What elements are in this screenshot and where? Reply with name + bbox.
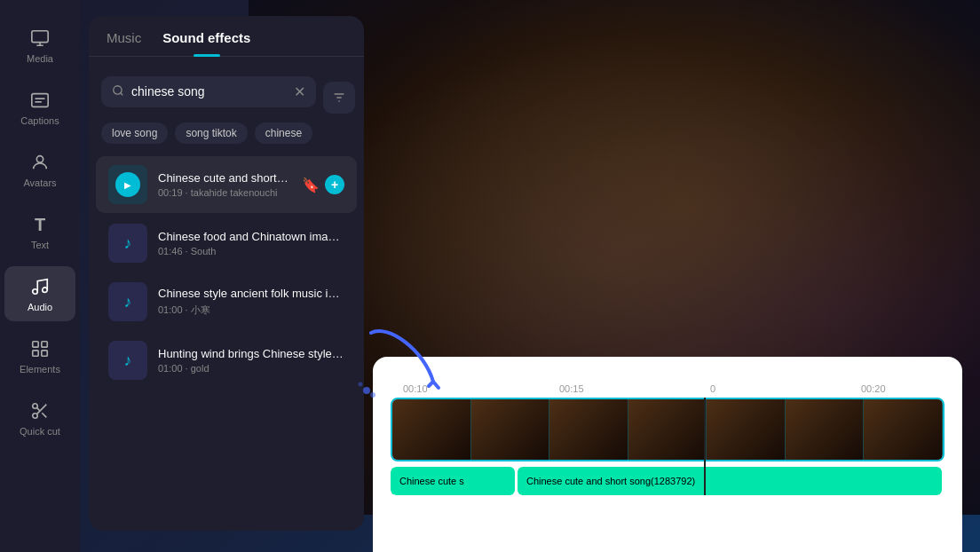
svg-line-15 <box>36 407 40 411</box>
media-icon <box>28 27 51 50</box>
video-frame-5 <box>707 399 786 460</box>
captions-icon <box>28 89 51 112</box>
song-meta-3: 01:00 · 小寒 <box>158 304 344 317</box>
blue-arrow-annotation <box>353 315 460 407</box>
sidebar-item-media-label: Media <box>27 53 53 64</box>
tab-sound-effects[interactable]: Sound effects <box>162 30 250 56</box>
svg-point-16 <box>114 85 122 93</box>
timeline-ruler: 00:10 00:15 0 00:20 <box>373 371 962 398</box>
song-thumb-4: ♪ <box>108 341 147 380</box>
song-actions-1: 🔖 + <box>302 175 344 194</box>
video-frame-1 <box>392 399 471 460</box>
video-frame-4 <box>628 399 707 460</box>
sidebar-item-media[interactable]: Media <box>4 18 75 73</box>
song-thumb-1: ▶ <box>108 165 147 204</box>
sidebar-item-quickcut[interactable]: Quick cut <box>4 390 75 446</box>
sidebar-item-avatars[interactable]: Avatars <box>4 142 75 197</box>
svg-rect-10 <box>42 351 47 356</box>
avatars-icon <box>28 151 51 174</box>
sidebar-item-captions[interactable]: Captions <box>4 80 75 135</box>
svg-point-4 <box>36 156 43 162</box>
song-thumb-3: ♪ <box>108 282 147 321</box>
song-title-1: Chinese cute and short song(1283792) <box>158 171 291 186</box>
song-list: ▶ Chinese cute and short song(1283792) 0… <box>89 147 364 531</box>
search-input[interactable] <box>131 84 287 99</box>
song-meta-1: 00:19 · takahide takenouchi <box>158 187 291 198</box>
svg-point-23 <box>359 382 363 387</box>
tags-row: love song song tiktok chinese <box>89 114 364 144</box>
sidebar-item-avatars-label: Avatars <box>23 177 56 188</box>
svg-rect-0 <box>32 31 48 43</box>
audio-track: Chinese cute s Chinese cute and short so… <box>391 467 944 495</box>
timeline-panel: 00:10 00:15 0 00:20 Chinese cute s Chine… <box>373 357 962 552</box>
audio-panel: Music Sound effects ✕ love <box>89 16 364 531</box>
song-item-4[interactable]: ♪ Hunting wind brings Chinese style anci… <box>96 332 357 389</box>
tab-music[interactable]: Music <box>107 30 141 56</box>
video-strip <box>391 398 944 461</box>
svg-rect-8 <box>42 342 47 347</box>
svg-point-22 <box>370 392 375 398</box>
timeline-tracks: Chinese cute s Chinese cute and short so… <box>373 398 962 495</box>
song-meta-4: 01:00 · gold <box>158 363 344 374</box>
svg-line-14 <box>42 413 46 417</box>
svg-line-17 <box>121 92 123 95</box>
play-button-1[interactable]: ▶ <box>115 172 140 197</box>
song-item-2[interactable]: ♪ Chinese food and Chinatown image! ligh… <box>96 215 357 272</box>
search-row: ✕ <box>89 69 364 114</box>
svg-rect-1 <box>32 94 48 107</box>
song-meta-2: 01:46 · South <box>158 246 344 256</box>
song-info-4: Hunting wind brings Chinese style ancien… <box>158 347 344 375</box>
audio-icon <box>28 275 51 298</box>
music-note-icon-4: ♪ <box>124 351 132 370</box>
sidebar-item-audio-label: Audio <box>28 302 52 312</box>
svg-point-11 <box>33 404 38 409</box>
sidebar-item-elements-label: Elements <box>20 364 60 375</box>
ruler-label-4: 00:20 <box>861 383 886 394</box>
svg-rect-9 <box>33 351 38 356</box>
tag-love-song[interactable]: love song <box>101 122 168 144</box>
filter-button[interactable] <box>323 82 355 114</box>
song-info-2: Chinese food and Chinatown image! ligh..… <box>158 230 344 257</box>
song-info-3: Chinese style ancient folk music in the … <box>158 287 344 317</box>
song-title-3: Chinese style ancient folk music in the … <box>158 287 344 302</box>
song-item-1[interactable]: ▶ Chinese cute and short song(1283792) 0… <box>96 156 357 213</box>
svg-point-21 <box>363 387 370 394</box>
sidebar-item-text-label: Text <box>31 240 49 250</box>
sidebar-item-text[interactable]: T Text <box>4 204 75 259</box>
search-input-wrap: ✕ <box>101 76 316 107</box>
video-frame-2 <box>471 399 550 460</box>
music-note-icon-3: ♪ <box>124 293 132 311</box>
video-frame-7 <box>864 399 943 460</box>
timeline-playhead[interactable] <box>704 398 706 495</box>
song-info-1: Chinese cute and short song(1283792) 00:… <box>158 171 291 199</box>
add-song-button-1[interactable]: + <box>325 175 344 194</box>
song-title-2: Chinese food and Chinatown image! ligh..… <box>158 230 344 245</box>
sidebar-item-elements[interactable]: Elements <box>4 328 75 383</box>
audio-segment-2[interactable]: Chinese cute and short song(1283792) <box>518 467 942 495</box>
video-frame-3 <box>549 399 628 460</box>
sidebar: Media Captions Avatars T Text <box>0 0 80 552</box>
elements-icon <box>28 337 51 360</box>
music-note-icon-2: ♪ <box>124 234 132 253</box>
audio-segment-1[interactable]: Chinese cute s <box>391 467 515 495</box>
ruler-label-3: 0 <box>710 383 715 394</box>
text-icon: T <box>28 213 51 236</box>
svg-point-12 <box>33 414 38 419</box>
sidebar-item-audio[interactable]: Audio <box>4 266 75 321</box>
clear-search-button[interactable]: ✕ <box>294 83 305 100</box>
tag-song-tiktok[interactable]: song tiktok <box>175 122 247 144</box>
ruler-label-2: 00:15 <box>559 383 584 394</box>
panel-tabs: Music Sound effects <box>89 16 364 57</box>
song-thumb-2: ♪ <box>108 224 147 263</box>
search-icon <box>112 84 124 99</box>
sidebar-item-quickcut-label: Quick cut <box>20 426 60 437</box>
svg-point-5 <box>33 289 38 295</box>
bookmark-button-1[interactable]: 🔖 <box>302 177 320 193</box>
tag-chinese[interactable]: chinese <box>255 122 312 144</box>
svg-point-6 <box>43 288 48 293</box>
song-title-4: Hunting wind brings Chinese style ancien… <box>158 347 344 362</box>
sidebar-item-captions-label: Captions <box>20 115 59 126</box>
song-item-3[interactable]: ♪ Chinese style ancient folk music in th… <box>96 273 357 330</box>
video-frame-6 <box>786 399 865 460</box>
quickcut-icon <box>28 399 51 422</box>
